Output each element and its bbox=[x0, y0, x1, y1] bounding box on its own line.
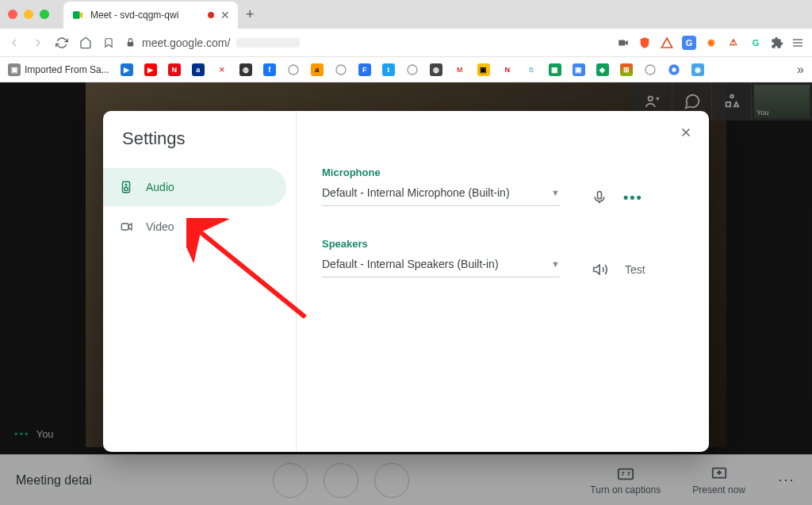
browser-menu-button[interactable] bbox=[791, 36, 804, 49]
mic-level-icon bbox=[592, 189, 607, 206]
bookmark-icon[interactable]: ◍ bbox=[430, 63, 442, 76]
bookmark-icon[interactable]: a bbox=[192, 63, 205, 76]
bookmark-icon[interactable]: M bbox=[454, 63, 466, 76]
ext-alert-icon[interactable]: ⚠ bbox=[726, 36, 741, 50]
speakers-value: Default - Internal Speakers (Built-in) bbox=[322, 258, 499, 270]
video-tab-label: Video bbox=[146, 220, 174, 233]
lock-icon bbox=[125, 37, 136, 48]
bookmark-icon[interactable]: N bbox=[168, 63, 181, 76]
bookmark-icon[interactable] bbox=[335, 63, 347, 76]
bookmark-icon[interactable]: ✕ bbox=[216, 63, 228, 76]
bookmark-icon[interactable]: ◆ bbox=[596, 63, 609, 76]
camera-icon bbox=[119, 220, 135, 233]
recording-indicator-icon bbox=[208, 12, 214, 18]
bookmark-icon[interactable]: f bbox=[263, 63, 276, 76]
address-bar[interactable]: meet.google.com/ bbox=[125, 36, 606, 49]
microphone-value: Default - Internal Microphone (Built-in) bbox=[322, 186, 510, 199]
mic-options-button[interactable]: ••• bbox=[623, 189, 643, 206]
bookmark-folder-label: Imported From Sa... bbox=[25, 64, 109, 75]
svg-point-11 bbox=[672, 67, 676, 71]
svg-point-18 bbox=[124, 187, 128, 191]
meet-favicon-icon bbox=[71, 9, 84, 21]
bookmark-icon[interactable]: t bbox=[382, 63, 395, 76]
bookmarks-bar: ▣ Imported From Sa... ▶ ▶ N a ✕ ◍ f a F … bbox=[0, 57, 812, 82]
svg-point-7 bbox=[336, 65, 346, 75]
svg-point-9 bbox=[645, 65, 655, 75]
new-tab-button[interactable]: + bbox=[246, 6, 255, 23]
reload-button[interactable] bbox=[56, 36, 68, 49]
svg-rect-20 bbox=[121, 224, 128, 230]
ext-triangle-icon[interactable] bbox=[660, 36, 674, 50]
bookmark-icon[interactable]: ▦ bbox=[549, 63, 561, 76]
bookmark-icon[interactable]: ⊞ bbox=[620, 63, 633, 76]
grammarly-icon[interactable]: G bbox=[749, 36, 763, 50]
brave-icon[interactable] bbox=[638, 36, 652, 50]
test-speakers-button[interactable]: Test bbox=[625, 263, 645, 276]
volume-icon bbox=[592, 262, 609, 277]
bookmark-icon[interactable]: ◍ bbox=[239, 63, 252, 76]
microphone-select[interactable]: Default - Internal Microphone (Built-in)… bbox=[322, 186, 560, 206]
bookmark-icon[interactable]: ▶ bbox=[144, 63, 157, 76]
bookmark-icon[interactable] bbox=[644, 63, 657, 76]
svg-point-6 bbox=[289, 65, 298, 75]
bookmark-icon[interactable]: ▣ bbox=[573, 63, 585, 76]
svg-rect-2 bbox=[619, 40, 625, 45]
svg-point-8 bbox=[408, 65, 417, 75]
bookmarks-overflow-button[interactable]: » bbox=[797, 63, 804, 77]
extensions-button[interactable] bbox=[771, 36, 783, 49]
browser-toolbar: meet.google.com/ G ◉ ⚠ G bbox=[0, 29, 812, 57]
chevron-down-icon: ▼ bbox=[551, 188, 560, 197]
settings-title: Settings bbox=[103, 128, 296, 168]
window-maximize-button[interactable] bbox=[40, 10, 49, 19]
ext-translate-icon[interactable]: G bbox=[682, 36, 696, 50]
tab-close-button[interactable]: ✕ bbox=[220, 10, 230, 21]
svg-rect-1 bbox=[128, 42, 134, 46]
settings-tab-video[interactable]: Video bbox=[103, 208, 286, 246]
bookmark-icon[interactable] bbox=[287, 63, 300, 76]
dialog-close-button[interactable] bbox=[679, 125, 693, 140]
ext-circle-icon[interactable]: ◉ bbox=[704, 36, 718, 50]
bookmark-icon[interactable]: a bbox=[311, 63, 324, 76]
tab-title: Meet - svd-cqgm-qwi bbox=[90, 10, 201, 21]
audio-tab-label: Audio bbox=[146, 181, 174, 193]
window-close-button[interactable] bbox=[8, 10, 17, 19]
bookmark-icon[interactable]: ▶ bbox=[121, 63, 133, 76]
window-minimize-button[interactable] bbox=[24, 10, 33, 19]
speaker-icon bbox=[119, 179, 135, 195]
settings-dialog: Settings Audio Video Microphone bbox=[103, 111, 709, 452]
forward-button[interactable] bbox=[32, 36, 44, 49]
speakers-label: Speakers bbox=[322, 238, 560, 250]
address-text: meet.google.com/ bbox=[142, 36, 230, 49]
microphone-label: Microphone bbox=[322, 166, 560, 178]
browser-tab[interactable]: Meet - svd-cqgm-qwi ✕ bbox=[63, 2, 238, 29]
folder-icon: ▣ bbox=[8, 63, 21, 76]
bookmark-icon[interactable]: N bbox=[501, 63, 514, 76]
svg-point-19 bbox=[125, 184, 127, 186]
bookmark-icon[interactable]: ▣ bbox=[477, 63, 490, 76]
bookmark-icon[interactable]: ◉ bbox=[691, 63, 704, 76]
home-button[interactable] bbox=[79, 36, 92, 49]
window-title-bar: Meet - svd-cqgm-qwi ✕ + bbox=[0, 0, 812, 29]
window-controls bbox=[8, 10, 49, 19]
bookmark-icon[interactable]: S bbox=[525, 63, 538, 76]
address-redacted bbox=[236, 38, 300, 48]
chevron-down-icon: ▼ bbox=[551, 259, 560, 269]
settings-tab-audio[interactable]: Audio bbox=[103, 168, 286, 206]
svg-rect-23 bbox=[598, 192, 602, 199]
camera-icon[interactable] bbox=[617, 37, 630, 48]
settings-main: Microphone Default - Internal Microphone… bbox=[297, 111, 709, 452]
bookmark-icon[interactable]: F bbox=[358, 63, 371, 76]
bookmark-icon[interactable] bbox=[103, 36, 114, 49]
speakers-select[interactable]: Default - Internal Speakers (Built-in) ▼ bbox=[322, 258, 560, 277]
svg-rect-0 bbox=[73, 11, 80, 18]
settings-sidebar: Settings Audio Video bbox=[103, 111, 297, 452]
bookmark-folder[interactable]: ▣ Imported From Sa... bbox=[8, 63, 109, 76]
bookmark-icon[interactable] bbox=[406, 63, 419, 76]
bookmark-icon[interactable] bbox=[668, 63, 680, 76]
back-button[interactable] bbox=[8, 36, 21, 49]
extension-icons: G ◉ ⚠ G bbox=[617, 36, 804, 50]
